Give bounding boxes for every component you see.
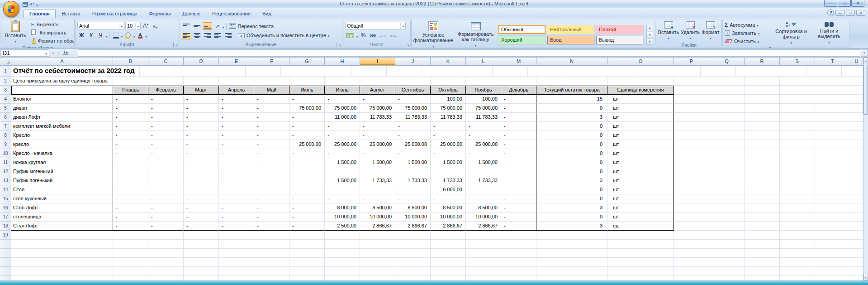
cell-F6[interactable]: -	[254, 113, 289, 122]
cell-F7[interactable]: -	[254, 122, 289, 131]
cell-R15[interactable]	[745, 194, 780, 203]
cell-D22[interactable]	[184, 258, 219, 267]
cell-G23[interactable]	[289, 267, 325, 276]
cell-K12[interactable]: -	[431, 167, 466, 176]
increase-decimal-button[interactable]	[378, 32, 387, 39]
cell-L10[interactable]: -	[466, 149, 501, 158]
underline-dropdown-icon[interactable]	[106, 31, 108, 39]
cell-H6[interactable]: 11 000,00	[325, 113, 360, 122]
cell-O3[interactable]: Единица измерения	[607, 86, 674, 95]
row-header-18[interactable]: 18	[0, 222, 11, 231]
cell-L5[interactable]: 75 000,00	[466, 104, 501, 113]
cell-F17[interactable]: -	[254, 213, 289, 222]
cell-H18[interactable]: 2 500,00	[325, 222, 360, 231]
cell-G17[interactable]: -	[289, 213, 325, 222]
cell-M18[interactable]: -	[501, 222, 536, 231]
cell-I21[interactable]	[360, 249, 395, 258]
cell-S4[interactable]	[780, 95, 815, 104]
cell-T13[interactable]	[815, 176, 850, 185]
cell-F14[interactable]: -	[254, 185, 289, 194]
cell-A13[interactable]: Пуфик пягенький	[11, 176, 113, 185]
cell-S19[interactable]	[780, 231, 815, 240]
cell-O18[interactable]: ед	[607, 222, 674, 231]
cell-G24[interactable]	[289, 276, 325, 280]
column-header-O[interactable]: O	[607, 58, 674, 66]
cell-R23[interactable]	[745, 267, 780, 276]
cell-H12[interactable]: -	[325, 167, 360, 176]
cell-A12[interactable]: Пуфик мягенький	[11, 167, 113, 176]
cell-F9[interactable]: -	[254, 140, 289, 149]
restore-button[interactable]	[838, 0, 851, 7]
font-dialog-launcher-icon[interactable]	[173, 43, 178, 47]
cell-R22[interactable]	[745, 258, 780, 267]
cell-A23[interactable]	[11, 267, 113, 276]
cell-R20[interactable]	[745, 240, 780, 249]
cell-G15[interactable]: -	[289, 194, 325, 203]
cut-button[interactable]: ✂ Вырезать	[30, 21, 75, 28]
cell-B18[interactable]: -	[113, 222, 148, 231]
cell-K13[interactable]: 1 733,33	[431, 176, 466, 185]
cancel-entry-icon[interactable]: ✕	[52, 51, 55, 55]
cell-P24[interactable]	[674, 276, 709, 280]
cell-B15[interactable]: -	[113, 194, 148, 203]
cell-E20[interactable]	[219, 240, 254, 249]
orientation-button[interactable]	[213, 22, 222, 30]
fill-button[interactable]: Заполнить	[725, 29, 771, 37]
cell-M19[interactable]	[501, 231, 536, 240]
cell-Q14[interactable]	[709, 185, 745, 194]
cell-G22[interactable]	[289, 258, 325, 267]
cell-B21[interactable]	[113, 249, 148, 258]
cell-H2[interactable]	[325, 77, 360, 86]
paste-button[interactable]: Вставить	[3, 20, 28, 45]
cell-G6[interactable]: -	[289, 113, 325, 122]
cell-R1[interactable]	[771, 66, 806, 77]
cell-C7[interactable]: -	[148, 122, 184, 131]
cell-Q4[interactable]	[709, 95, 745, 104]
cell-U4[interactable]	[850, 95, 863, 104]
cell-H5[interactable]: 75 000,00	[325, 104, 360, 113]
scroll-up-icon[interactable]	[863, 58, 868, 64]
cell-U13[interactable]	[850, 176, 863, 185]
cell-E17[interactable]: -	[219, 213, 254, 222]
cell-E13[interactable]: -	[219, 176, 254, 185]
cell-J11[interactable]: 1 500,00	[395, 158, 431, 167]
cell-P17[interactable]	[674, 213, 709, 222]
cell-S23[interactable]	[780, 267, 815, 276]
cell-S16[interactable]	[780, 203, 815, 213]
cell-F21[interactable]	[254, 249, 289, 258]
cell-G21[interactable]	[289, 249, 325, 258]
cell-H17[interactable]: 10 000,00	[325, 213, 360, 222]
cell-S12[interactable]	[780, 167, 815, 176]
cell-E4[interactable]: -	[219, 95, 254, 104]
cell-M20[interactable]	[501, 240, 536, 249]
cell-E2[interactable]	[219, 77, 254, 86]
row-header-17[interactable]: 17	[0, 213, 11, 222]
cell-N16[interactable]: 3	[536, 203, 607, 213]
cell-I15[interactable]: -	[360, 194, 395, 203]
cell-P16[interactable]	[674, 203, 709, 213]
cell-A4[interactable]: Блокнот	[11, 95, 113, 104]
select-all-corner[interactable]	[0, 58, 11, 66]
cell-Q5[interactable]	[709, 104, 745, 113]
cell-P20[interactable]	[674, 240, 709, 249]
cell-P3[interactable]	[674, 86, 709, 95]
cell-P12[interactable]	[674, 167, 709, 176]
cell-N15[interactable]: 0	[536, 194, 607, 203]
cell-N21[interactable]	[536, 249, 607, 258]
gallery-more-icon[interactable]: ▼	[646, 39, 653, 45]
decrease-decimal-button[interactable]	[388, 32, 398, 39]
cell-F20[interactable]	[254, 240, 289, 249]
cell-E12[interactable]: -	[219, 167, 254, 176]
cell-D11[interactable]: -	[184, 158, 219, 167]
cell-U6[interactable]	[850, 113, 863, 122]
cell-C20[interactable]	[148, 240, 184, 249]
cell-J24[interactable]	[395, 276, 431, 280]
cell-M2[interactable]	[501, 77, 536, 86]
cell-Q13[interactable]	[709, 176, 745, 185]
row-header-4[interactable]: 4	[0, 95, 11, 104]
cell-Q6[interactable]	[709, 113, 745, 122]
cell-L17[interactable]: 10 000,00	[466, 213, 501, 222]
cell-U21[interactable]	[850, 249, 863, 258]
cell-S10[interactable]	[780, 149, 815, 158]
cell-M8[interactable]: -	[501, 131, 536, 140]
